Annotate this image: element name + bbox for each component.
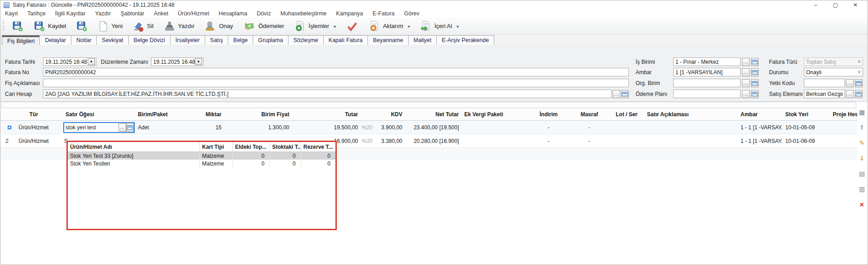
approve-button[interactable]: Onay <box>202 19 235 33</box>
account-field[interactable]: 2AG [2AG YAZILIM BİLGİSAY.İLET.HİZ.PAZ.İ… <box>43 90 612 98</box>
status-combo[interactable]: Onaylı <box>804 68 863 76</box>
import-dropdown-caret[interactable] <box>455 23 459 29</box>
move-down-icon[interactable]: ⇓ <box>859 155 865 161</box>
tab-sevkiyat[interactable]: Sevkiyat <box>96 35 128 45</box>
menu-item-tarihce[interactable]: Tarihçe <box>28 10 46 17</box>
cell-kdv[interactable]: 3.900,00 <box>375 124 405 131</box>
cell-ambar[interactable]: 1 - 1 [1 -VARSAY... <box>735 124 783 131</box>
transfer-dropdown-caret[interactable] <box>406 23 410 29</box>
popup-cell-eldeki[interactable]: 0 <box>233 152 270 160</box>
cell-stok-yeri[interactable]: 10-01-05-09 <box>783 124 830 131</box>
invoice-date-field[interactable]: 19.11.2025 16:48 <box>43 57 96 66</box>
popup-col-rezerve-toplam[interactable]: Rezerve T... <box>301 142 335 151</box>
col-header-satir-aciklamasi[interactable]: Satır Açıklaması <box>638 111 735 118</box>
slip-description-field[interactable] <box>43 79 629 87</box>
popup-col-stoktaki-toplam[interactable]: Stoktaki T... <box>270 142 301 151</box>
cell-net-tutar[interactable]: 20.280,00 [16.900] <box>405 138 462 144</box>
menu-item-yazdir[interactable]: Yazdır <box>95 10 111 17</box>
new-button[interactable]: Yeni <box>95 19 125 33</box>
popup-cell-stoktaki[interactable]: 0 <box>270 160 301 167</box>
cell-miktar[interactable]: 15 <box>179 124 224 131</box>
save-button[interactable] <box>9 19 26 33</box>
delete-button[interactable]: Sil <box>130 19 156 33</box>
cell-tur[interactable]: Ürün/Hizmet <box>18 124 63 131</box>
account-keyboard-button[interactable] <box>621 90 629 98</box>
org-unit-field[interactable] <box>673 79 741 87</box>
minimize-button[interactable]: – <box>809 1 822 9</box>
tab-belge-dovizi[interactable]: Belge Dövizi <box>128 35 170 45</box>
col-header-kdv[interactable]: KDV <box>361 111 405 118</box>
popup-result-row[interactable]: Stok Yeri Testleri Malzeme 0 0 0 <box>68 160 335 167</box>
payment-plan-browse-button[interactable]: ... <box>742 90 750 98</box>
tab-belge[interactable]: Belge <box>228 35 253 45</box>
operations-button[interactable]: İşlemler <box>292 19 339 33</box>
col-header-lot-seri[interactable]: Lot / Seri <box>613 111 638 118</box>
popup-cell-stoktaki[interactable]: 0 <box>270 152 301 160</box>
popup-result-row[interactable]: Stok Yeri Test 33 [Zorunlu] Malzeme 0 0 … <box>68 152 335 160</box>
payment-plan-field[interactable] <box>673 90 741 98</box>
popup-cell-ad[interactable]: Stok Yeri Testleri <box>68 160 200 167</box>
invoice-type-combo[interactable]: Toptan Satış <box>804 57 863 66</box>
menu-item-e-fatura[interactable]: E-Fatura <box>373 10 395 17</box>
popup-cell-ad[interactable]: Stok Yeri Test 33 [Zorunlu] <box>68 152 200 160</box>
cell-birim-paket[interactable]: Adet <box>135 124 179 131</box>
col-header-indirim[interactable]: İndirim <box>532 111 566 118</box>
popup-cell-eldeki[interactable]: 0 <box>233 160 270 167</box>
cell-net-tutar[interactable]: 23.400,00 [19.500] <box>405 124 462 131</box>
payment-plan-keyboard-button[interactable] <box>751 90 759 98</box>
line-item-edit-cell[interactable]: stok yeri test ... <box>63 122 135 133</box>
menu-item-hesaplama[interactable]: Hesaplama <box>219 10 247 17</box>
col-header-proje-hes[interactable]: Proje Hes... <box>830 111 857 118</box>
auth-code-keyboard-button[interactable] <box>855 79 863 87</box>
auth-code-field[interactable] <box>804 79 845 87</box>
line-item-browse-button[interactable]: ... <box>118 123 126 132</box>
col-header-miktar[interactable]: Miktar <box>179 111 224 118</box>
edit-pencil-icon[interactable]: ✎ <box>859 140 865 146</box>
warehouse-keyboard-button[interactable] <box>751 68 759 76</box>
tab-maliyet[interactable]: Maliyet <box>408 35 437 45</box>
business-unit-field[interactable]: 1 - Pınar - Merkez <box>673 57 741 66</box>
tab-detaylar[interactable]: Detaylar <box>39 35 71 45</box>
move-up-icon[interactable]: ⇑ <box>859 124 865 131</box>
popup-cell-rezerve[interactable]: 0 <box>301 160 335 167</box>
salesperson-field[interactable]: Berksan Gezgin <box>804 90 845 98</box>
edit-time-dropdown-icon[interactable] <box>195 58 202 65</box>
page-icon[interactable]: ▤ <box>859 170 865 177</box>
menu-item-muhasebelestirme[interactable]: Muhasebeleştirme <box>280 10 326 17</box>
tab-irsaliyeler[interactable]: İrsaliyeler <box>170 35 205 45</box>
tab-sozlesme[interactable]: Sözleşme <box>288 35 324 45</box>
list-page-icon[interactable]: ▥ <box>859 186 865 192</box>
col-header-ek-vergi-paketi[interactable]: Ek Vergi Paketi <box>462 111 532 118</box>
import-button[interactable]: İçeri Al <box>418 19 461 33</box>
account-browse-button[interactable]: ... <box>613 90 620 98</box>
red-check-button[interactable] <box>344 19 361 33</box>
tab-beyanname[interactable]: Beyanname <box>368 35 409 45</box>
maximize-button[interactable]: ▢ <box>829 1 842 9</box>
menu-item-sablonlar[interactable]: Şablonlar <box>120 10 144 17</box>
print-button[interactable]: Yazdır <box>161 19 197 33</box>
cell-tur[interactable]: Ürün/Hizmet <box>18 138 63 144</box>
tab-fis-bilgileri[interactable]: Fiş Bilgileri <box>2 35 40 45</box>
menu-item-anket[interactable]: Anket <box>154 10 168 17</box>
menu-item-doviz[interactable]: Döviz <box>257 10 271 17</box>
salesperson-keyboard-button[interactable] <box>855 90 863 98</box>
cell-ambar[interactable]: 1 - 1 [1 -VARSAY... <box>735 138 783 144</box>
menu-item-gorev[interactable]: Görev <box>404 10 420 17</box>
cell-masraf[interactable]: - <box>566 138 613 144</box>
col-header-satir-ogesi[interactable]: Satır Öğesi <box>63 111 135 118</box>
business-unit-browse-button[interactable]: ... <box>742 58 750 66</box>
line-item-keyboard-button[interactable] <box>126 123 134 132</box>
tab-notlar[interactable]: Notlar <box>71 35 97 45</box>
popup-col-eldeki-toplam[interactable]: Eldeki Top... <box>233 142 270 151</box>
cell-stok-yeri[interactable]: 10-01-06-09 <box>783 138 830 144</box>
cell-birim-fiyat[interactable]: 1.300,00 <box>224 124 292 131</box>
col-header-birim-fiyat[interactable]: Birim Fiyat <box>224 111 292 118</box>
cell-indirim[interactable]: - <box>532 138 566 144</box>
col-header-masraf[interactable]: Masraf <box>566 111 613 118</box>
invoice-no-field[interactable]: PNR2025000000042 <box>43 68 629 76</box>
tab-gruplama[interactable]: Gruplama <box>253 35 288 45</box>
close-button[interactable]: ✕ <box>849 1 862 9</box>
org-unit-keyboard-button[interactable] <box>751 79 759 87</box>
tab-kapali-fatura[interactable]: Kapalı Fatura <box>323 35 368 45</box>
col-header-birim-paket[interactable]: Birim/Paket <box>135 111 179 118</box>
